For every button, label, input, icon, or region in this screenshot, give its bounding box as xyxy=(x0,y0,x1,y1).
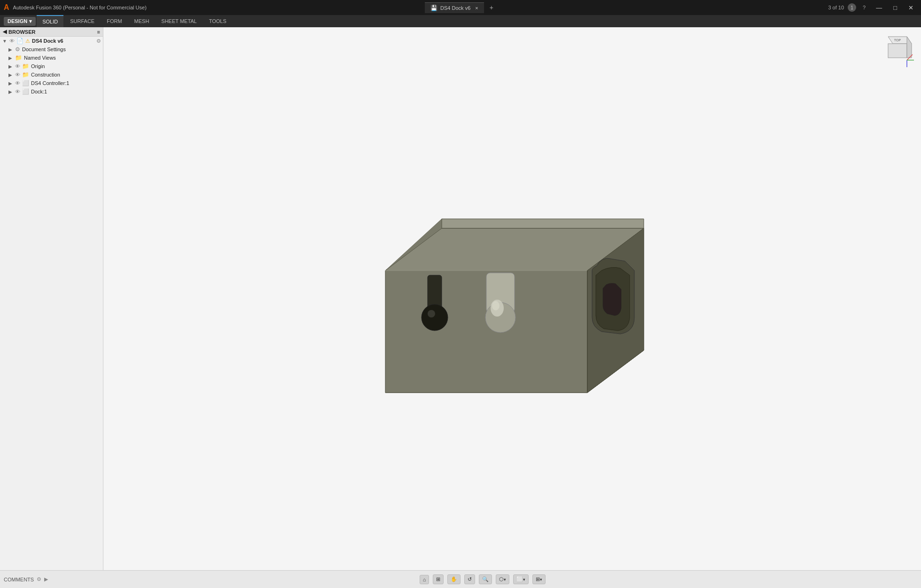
effects-btn[interactable]: ⬜ ▾ xyxy=(513,574,529,584)
browser-item-origin[interactable]: ▶ 👁 📁 Origin xyxy=(0,62,103,70)
browser-item-root[interactable]: ▼ 👁 📄 ⚠ DS4 Dock v6 ⚙ xyxy=(0,37,103,45)
pan-btn[interactable]: ✋ xyxy=(447,574,460,584)
effects-icon: ⬜ xyxy=(516,576,523,582)
orbit-icon: ↺ xyxy=(468,576,472,582)
title-bar-left: A Autodesk Fusion 360 (Personal - Not fo… xyxy=(4,3,147,12)
fit-icon: ⊞ xyxy=(436,576,440,582)
file-title: DS4 Dock v6 xyxy=(440,5,470,11)
browser-item-construction[interactable]: ▶ 👁 📁 Construction xyxy=(0,70,103,79)
design-dropdown[interactable]: DESIGN ▾ xyxy=(4,17,36,26)
tab-close-btn[interactable]: × xyxy=(475,5,478,11)
display-settings-btn[interactable]: ⬡ ▾ xyxy=(496,574,509,584)
dock-label: Dock:1 xyxy=(31,89,47,94)
comments-settings-icon[interactable]: ⚙ xyxy=(37,576,41,582)
app-title: Autodesk Fusion 360 (Personal - Not for … xyxy=(13,5,147,10)
main-canvas[interactable]: TOP xyxy=(103,27,921,570)
tab-surface[interactable]: SURFACE xyxy=(64,15,100,27)
tab-mesh[interactable]: MESH xyxy=(129,15,155,27)
orbit-btn[interactable]: ↺ xyxy=(464,574,475,584)
display-settings-icon: ⬡ xyxy=(499,576,504,582)
root-expand-icon[interactable]: ▼ xyxy=(2,39,8,44)
browser-tree: ▼ 👁 📄 ⚠ DS4 Dock v6 ⚙ ▶ ⚙ Document Setti… xyxy=(0,37,103,570)
browser-settings-icon[interactable]: ≡ xyxy=(97,29,100,35)
svg-text:TOP: TOP xyxy=(894,39,901,42)
origin-label: Origin xyxy=(31,63,45,69)
comments-label: COMMENTS xyxy=(4,577,34,582)
named-views-label: Named Views xyxy=(24,55,56,61)
title-bar-center: 💾 DS4 Dock v6 × + xyxy=(425,2,496,13)
grid-icon: ⊞ xyxy=(536,576,540,582)
tab-solid[interactable]: SOLID xyxy=(37,15,63,27)
browser-item-named-views[interactable]: ▶ 📁 Named Views xyxy=(0,54,103,62)
tab-sheet-metal[interactable]: SHEET METAL xyxy=(156,15,202,27)
ds4-controller-expand-icon[interactable]: ▶ xyxy=(8,81,13,86)
grid-btn[interactable]: ⊞ ▾ xyxy=(532,574,546,584)
tab-form[interactable]: FORM xyxy=(101,15,127,27)
maximize-btn[interactable]: □ xyxy=(890,3,901,12)
construction-eye-icon[interactable]: 👁 xyxy=(15,72,20,77)
doc-settings-expand-icon[interactable]: ▶ xyxy=(8,47,13,52)
browser-title: BROWSER xyxy=(8,29,35,35)
model-area: TOP xyxy=(103,27,921,570)
dock-eye-icon[interactable]: 👁 xyxy=(15,89,20,94)
svg-rect-52 xyxy=(888,44,907,58)
browser-header-left: ◀ BROWSER xyxy=(3,29,35,35)
origin-eye-icon[interactable]: 👁 xyxy=(15,63,20,69)
comments-arrow-icon[interactable]: ▶ xyxy=(44,576,48,582)
design-arrow-icon: ▾ xyxy=(29,18,32,24)
ds4-controller-body-icon: ⬜ xyxy=(22,80,29,86)
browser-item-ds4-controller[interactable]: ▶ 👁 ⬜ DS4 Controller:1 xyxy=(0,79,103,87)
title-bar-right: 3 of 10 1 ? — □ ✕ xyxy=(828,3,917,12)
dock-body-icon: ⬜ xyxy=(22,88,29,95)
browser-panel: ◀ BROWSER ≡ ▼ 👁 📄 ⚠ DS4 Dock v6 ⚙ ▶ ⚙ Do… xyxy=(0,27,103,570)
tab-bar: DESIGN ▾ SOLID SURFACE FORM MESH SHEET M… xyxy=(0,15,921,27)
new-tab-btn[interactable]: + xyxy=(487,3,496,12)
named-views-expand-icon[interactable]: ▶ xyxy=(8,55,13,61)
ds4-controller-eye-icon[interactable]: 👁 xyxy=(15,80,20,86)
pan-icon: ✋ xyxy=(451,576,457,582)
doc-settings-label: Document Settings xyxy=(22,46,66,52)
app-logo-icon: A xyxy=(4,3,9,12)
construction-label: Construction xyxy=(31,72,60,77)
grid-arrow-icon: ▾ xyxy=(540,577,542,582)
browser-item-dock[interactable]: ▶ 👁 ⬜ Dock:1 xyxy=(0,87,103,96)
dock-expand-icon[interactable]: ▶ xyxy=(8,89,13,94)
close-btn[interactable]: ✕ xyxy=(905,3,917,12)
ds4-controller-label: DS4 Controller:1 xyxy=(31,80,69,86)
browser-header: ◀ BROWSER ≡ xyxy=(0,27,103,37)
status-bar-center: ⌂ ⊞ ✋ ↺ 🔍 ⬡ ▾ ⬜ ▾ ⊞ ▾ xyxy=(420,574,546,584)
design-label: DESIGN xyxy=(8,18,27,24)
file-tab[interactable]: 💾 DS4 Dock v6 × xyxy=(425,2,484,13)
file-icon: 💾 xyxy=(430,5,437,11)
root-settings-icon[interactable]: ⚙ xyxy=(96,38,101,44)
construction-expand-icon[interactable]: ▶ xyxy=(8,72,13,77)
svg-point-46 xyxy=(492,301,500,310)
tab-tools[interactable]: TOOLS xyxy=(203,15,232,27)
origin-folder-icon: 📁 xyxy=(22,63,29,70)
construction-folder-icon: 📁 xyxy=(22,71,29,78)
effects-arrow-icon: ▾ xyxy=(523,577,525,582)
browser-collapse-icon[interactable]: ◀ xyxy=(3,29,7,35)
origin-expand-icon[interactable]: ▶ xyxy=(8,64,13,69)
root-label: DS4 Dock v6 xyxy=(32,38,63,44)
home-view-btn[interactable]: ⌂ xyxy=(420,575,429,584)
help-btn[interactable]: ? xyxy=(860,4,868,11)
viewcube[interactable]: TOP xyxy=(879,32,916,70)
svg-marker-53 xyxy=(907,37,912,58)
page-nav: 3 of 10 xyxy=(828,5,844,10)
root-warning-icon: ⚠ xyxy=(25,38,30,44)
3d-model-svg xyxy=(348,162,677,435)
fit-btn[interactable]: ⊞ xyxy=(433,574,444,584)
doc-settings-icon: ⚙ xyxy=(15,46,20,53)
display-arrow-icon: ▾ xyxy=(504,577,506,582)
minimize-btn[interactable]: — xyxy=(872,3,886,12)
status-bar: COMMENTS ⚙ ▶ ⌂ ⊞ ✋ ↺ 🔍 ⬡ ▾ ⬜ ▾ ⊞ ▾ xyxy=(0,570,921,588)
viewcube-svg: TOP xyxy=(879,32,916,70)
browser-item-doc-settings[interactable]: ▶ ⚙ Document Settings xyxy=(0,45,103,54)
root-eye-icon[interactable]: 👁 xyxy=(9,38,15,44)
svg-point-41 xyxy=(421,304,448,331)
named-views-icon: 📁 xyxy=(15,54,22,61)
svg-marker-38 xyxy=(442,219,644,228)
zoom-btn[interactable]: 🔍 xyxy=(479,574,492,584)
notification-btn[interactable]: 1 xyxy=(848,3,856,12)
